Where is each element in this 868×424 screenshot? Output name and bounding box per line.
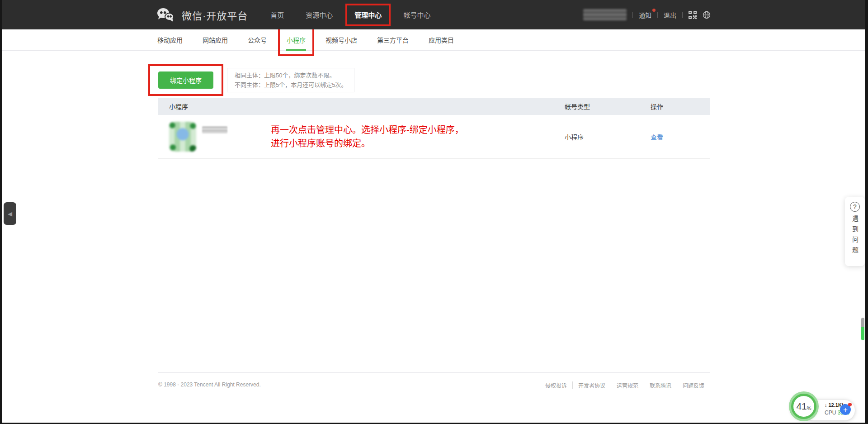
nav-item-resource-center[interactable]: 资源中心 [306,7,333,23]
nav-item-account-center[interactable]: 帐号中心 [403,7,430,23]
cpu-usage-percent: 41 [796,401,807,412]
divider [682,12,683,18]
tab-mobile-app[interactable]: 移动应用 [157,29,183,50]
footer-link-operation-rules[interactable]: 运营规范 [611,381,644,389]
miniprogram-table: 小程序 帐号类型 操作 再一次点击管理中心。选择小程序-绑定小程序， 进行小程序… [158,98,710,159]
globe-icon[interactable] [703,11,711,19]
active-tab-underline [286,49,306,51]
footer-link-infringement[interactable]: 侵权投诉 [540,381,572,389]
primary-nav: 首页 资源中心 管理中心 帐号中心 [270,7,430,23]
miniprogram-avatar-blurred [169,122,196,152]
copyright-text: © 1998 - 2023 Tencent All Right Reserved… [158,381,261,389]
notice-link[interactable]: 通知 [639,10,651,19]
main-content: 绑定小程序 相同主体：上限50个，绑定次数不限。 不同主体：上限5个，本月还可以… [158,51,710,159]
qr-code-icon[interactable] [689,11,697,19]
tab-app-category[interactable]: 应用类目 [429,29,454,50]
scrollbar-indicator[interactable] [861,318,864,340]
tip-line-1: 相同主体：上限50个，绑定次数不限。 [235,71,347,80]
tab-video-channel-shop[interactable]: 视频号小店 [326,29,357,50]
notification-dot [652,9,656,12]
wechat-logo-icon [157,8,175,22]
nav-item-home[interactable]: 首页 [270,7,284,23]
cpu-label: CPU [825,410,836,416]
footer-link-developer-agreement[interactable]: 开发者协议 [572,381,611,389]
table-row: 再一次点击管理中心。选择小程序-绑定小程序， 进行小程序账号的绑定。 小程序 查… [158,115,710,159]
footer-link-contact-tencent[interactable]: 联系腾讯 [644,381,677,389]
tab-website-app[interactable]: 网站应用 [203,29,228,50]
left-edge-border [0,0,2,424]
monitor-notification-dot [848,403,852,406]
table-header-row: 小程序 帐号类型 操作 [158,98,710,115]
col-header-action: 操作 [651,102,710,111]
divider [632,12,633,18]
help-floating-widget[interactable]: ? 遇到问题 [845,197,865,266]
tab-miniprogram[interactable]: 小程序 [287,29,306,50]
tip-line-2: 不同主体：上限5个，本月还可以绑定5次。 [235,80,347,90]
top-navbar: 微信·开放平台 首页 资源中心 管理中心 帐号中心 通知 退出 [0,0,868,29]
sidebar-collapse-toggle[interactable]: ◀ [4,202,16,225]
right-edge-border [865,0,868,424]
help-widget-label: 遇到问题 [850,215,859,257]
red-annotation-text: 再一次点击管理中心。选择小程序-绑定小程序， 进行小程序账号的绑定。 [271,123,464,150]
plus-icon: + [843,406,848,414]
col-header-account-type: 帐号类型 [565,102,651,111]
username-redacted[interactable] [583,9,627,20]
divider [657,12,658,18]
bind-miniprogram-button[interactable]: 绑定小程序 [158,71,213,89]
tab-official-account[interactable]: 公众号 [248,29,267,50]
account-type-cell: 小程序 [565,132,651,141]
section-tabbar: 移动应用 网站应用 公众号 小程序 视频号小店 第三方平台 应用类目 [0,29,868,51]
collapse-arrow-icon: ◀ [8,210,12,217]
page-footer: © 1998 - 2023 Tencent All Right Reserved… [158,372,710,389]
nav-item-management-center[interactable]: 管理中心 [354,7,382,23]
col-header-miniprogram: 小程序 [158,102,565,111]
logout-link[interactable]: 退出 [664,10,676,19]
download-arrow-icon: ↓ [825,402,827,408]
brand-title: 微信·开放平台 [182,8,248,22]
view-link[interactable]: 查看 [651,133,663,141]
cpu-usage-gauge[interactable]: 41 % [791,394,816,419]
bind-limit-tip: 相同主体：上限50个，绑定次数不限。 不同主体：上限5个，本月还可以绑定5次。 [227,68,354,92]
tab-thirdparty-platform[interactable]: 第三方平台 [377,29,409,50]
question-icon: ? [850,202,860,212]
miniprogram-name-redacted [202,126,227,133]
footer-link-feedback[interactable]: 问题反馈 [677,381,710,389]
